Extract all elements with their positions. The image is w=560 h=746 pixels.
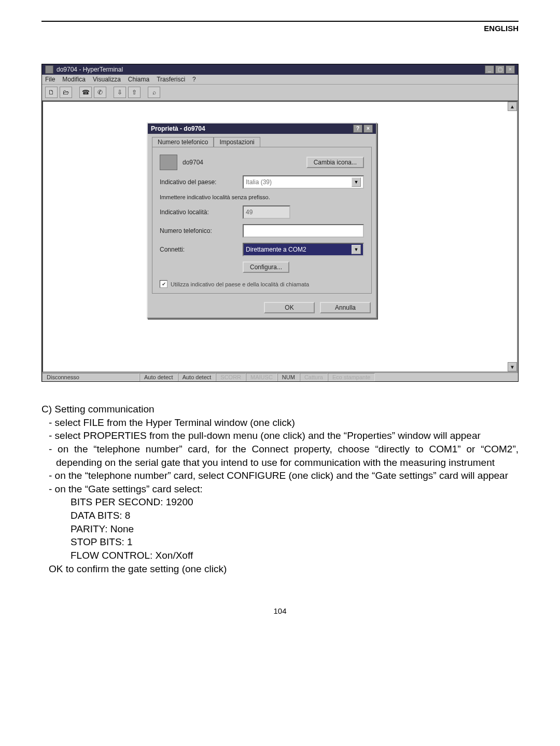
menu-call[interactable]: Chiama bbox=[128, 76, 149, 83]
chevron-down-icon[interactable]: ▼ bbox=[352, 245, 361, 254]
bullet-1: - select FILE from the Hyper Terminal wi… bbox=[41, 416, 519, 430]
window-title: do9704 - HyperTerminal bbox=[57, 66, 123, 73]
connect-label: Connetti: bbox=[160, 246, 237, 253]
toolbar: 🗋 🗁 ☎ ✆ ⇩ ⇧ ⌕ bbox=[42, 84, 518, 101]
page-language: ENGLISH bbox=[41, 24, 519, 33]
area-value: 49 bbox=[246, 209, 253, 216]
cancel-button[interactable]: Annulla bbox=[320, 302, 371, 313]
tab-settings[interactable]: Impostazioni bbox=[214, 137, 260, 147]
change-icon-button[interactable]: Cambia icona... bbox=[306, 157, 364, 168]
connect-select[interactable]: Direttamente a COM2 ▼ bbox=[243, 243, 364, 256]
window-titlebar: do9704 - HyperTerminal _ ▢ × bbox=[42, 64, 518, 75]
area-hint: Immettere indicativo località senza pref… bbox=[160, 194, 364, 200]
tb-hangup-icon[interactable]: ✆ bbox=[94, 87, 106, 98]
tb-call-icon[interactable]: ☎ bbox=[79, 87, 92, 98]
dialog-title: Proprietà - do9704 bbox=[151, 125, 205, 132]
tb-props-icon[interactable]: ⌕ bbox=[148, 87, 160, 98]
phone-label: Numero telefonico: bbox=[160, 227, 237, 234]
instruction-text: C) Setting communication - select FILE f… bbox=[41, 403, 519, 575]
close-button[interactable]: × bbox=[506, 65, 515, 74]
chevron-down-icon[interactable]: ▼ bbox=[352, 177, 361, 187]
status-capture: Cattura bbox=[300, 373, 328, 381]
page-number: 104 bbox=[41, 606, 519, 615]
status-detect2: Auto detect bbox=[178, 373, 216, 381]
ok-button[interactable]: OK bbox=[264, 302, 315, 313]
country-select[interactable]: Italia (39) ▼ bbox=[243, 175, 364, 189]
hyperterminal-window: do9704 - HyperTerminal _ ▢ × File Modifi… bbox=[41, 64, 519, 382]
bullet-4: - on the “telephone number” card, select… bbox=[41, 469, 519, 482]
status-echo: Eco stampante bbox=[328, 373, 375, 381]
bullet-3: - on the “telephone number” card, for th… bbox=[41, 443, 519, 469]
country-value: Italia (39) bbox=[246, 178, 272, 186]
scroll-up-icon[interactable]: ▲ bbox=[508, 102, 517, 111]
connection-icon bbox=[160, 155, 177, 170]
tb-open-icon[interactable]: 🗁 bbox=[60, 87, 72, 98]
minimize-button[interactable]: _ bbox=[485, 65, 494, 74]
menu-help[interactable]: ? bbox=[192, 76, 196, 83]
phone-input[interactable] bbox=[243, 224, 364, 238]
tb-receive-icon[interactable]: ⇧ bbox=[128, 87, 141, 98]
setting-flow: FLOW CONTROL: Xon/Xoff bbox=[41, 549, 519, 562]
section-heading: C) Setting communication bbox=[41, 403, 519, 416]
menu-view[interactable]: Visualizza bbox=[93, 76, 121, 83]
status-bar: Disconnesso Auto detect Auto detect SCOR… bbox=[42, 372, 518, 381]
setting-bps: BITS PER SECOND: 19200 bbox=[41, 495, 519, 509]
use-country-checkbox[interactable]: ✔ bbox=[160, 280, 167, 288]
properties-dialog: Proprietà - do9704 ? × Numero telefonico… bbox=[147, 122, 377, 319]
dialog-help-button[interactable]: ? bbox=[353, 125, 362, 133]
dialog-close-button[interactable]: × bbox=[363, 125, 373, 133]
setting-parity: PARITY: None bbox=[41, 522, 519, 536]
bullet-2: - select PROPERTIES from the pull-down m… bbox=[41, 429, 519, 443]
use-country-label: Utilizza indicativo del paese e della lo… bbox=[171, 281, 309, 287]
country-label: Indicativo del paese: bbox=[160, 178, 237, 186]
setting-stopbits: STOP BITS: 1 bbox=[41, 535, 519, 549]
app-icon bbox=[45, 65, 53, 74]
tb-new-icon[interactable]: 🗋 bbox=[45, 87, 58, 98]
menu-edit[interactable]: Modifica bbox=[62, 76, 86, 83]
connection-name: do9704 bbox=[183, 159, 229, 166]
status-caps: MAIUSC bbox=[246, 373, 277, 381]
maximize-button[interactable]: ▢ bbox=[495, 65, 505, 74]
tb-send-icon[interactable]: ⇩ bbox=[114, 87, 126, 98]
status-detect1: Auto detect bbox=[139, 373, 178, 381]
status-connection: Disconnesso bbox=[42, 373, 139, 381]
status-num: NUM bbox=[277, 373, 300, 381]
setting-databits: DATA BITS: 8 bbox=[41, 509, 519, 522]
menu-bar: File Modifica Visualizza Chiama Trasferi… bbox=[42, 75, 518, 84]
configure-button[interactable]: Configura... bbox=[243, 261, 289, 273]
area-label: Indicativo località: bbox=[160, 209, 237, 216]
status-scroll: SCORR bbox=[216, 373, 246, 381]
connect-value: Direttamente a COM2 bbox=[246, 246, 306, 253]
bullet-5: - on the “Gate settings” card select: bbox=[41, 482, 519, 496]
tab-phone-number[interactable]: Numero telefonico bbox=[152, 137, 214, 147]
bullet-6: OK to confirm the gate setting (one clic… bbox=[41, 562, 519, 576]
scroll-down-icon[interactable]: ▼ bbox=[508, 362, 517, 371]
menu-file[interactable]: File bbox=[45, 76, 55, 83]
menu-transfer[interactable]: Trasferisci bbox=[157, 76, 185, 83]
dialog-titlebar: Proprietà - do9704 ? × bbox=[148, 123, 376, 134]
area-input[interactable]: 49 bbox=[243, 205, 290, 219]
terminal-client-area: ▲ ▼ Proprietà - do9704 ? × Numero telefo… bbox=[42, 101, 518, 372]
